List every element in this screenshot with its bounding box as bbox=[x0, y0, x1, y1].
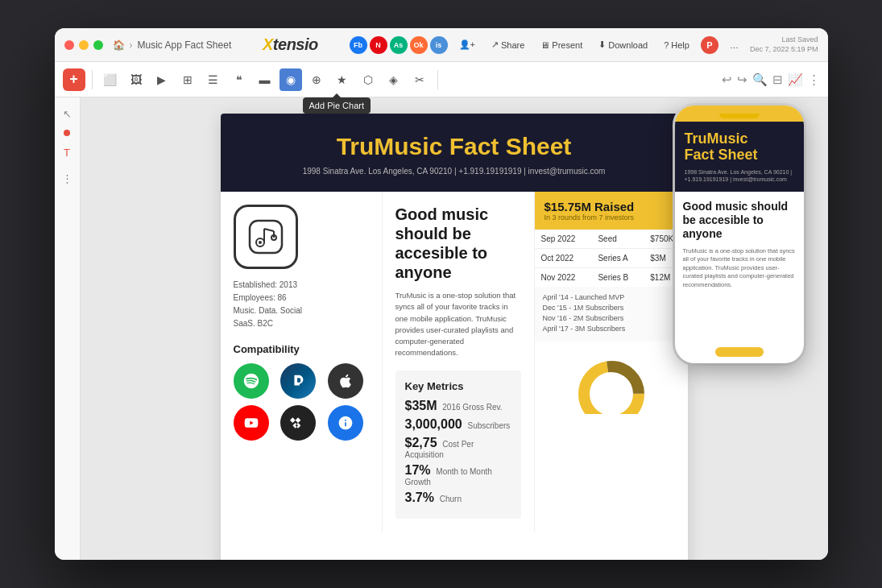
add-person-icon: 👤+ bbox=[459, 39, 475, 50]
doc-header: TruMusic Fact Sheet 1998 Sinatra Ave. Lo… bbox=[221, 114, 688, 192]
tooltip-add-pie-chart: Add Pie Chart bbox=[303, 97, 371, 114]
close-button[interactable] bbox=[64, 40, 74, 50]
breadcrumb-sep: › bbox=[130, 39, 133, 51]
svg-line-4 bbox=[264, 229, 274, 231]
toolbar-right: ↩ ↪ 🔍 ⊟ 📈 ⋮ bbox=[722, 72, 820, 87]
present-icon: 🖥 bbox=[540, 40, 549, 50]
tool-chart-active[interactable]: ◉ bbox=[280, 68, 302, 91]
mobile-body: Good music should be accesible to anyone… bbox=[675, 192, 804, 347]
tool-video[interactable]: ▶ bbox=[151, 68, 173, 91]
more-options-button[interactable]: … bbox=[725, 38, 743, 52]
help-button[interactable]: ? Help bbox=[659, 38, 694, 52]
avatar-n[interactable]: N bbox=[370, 36, 387, 54]
present-button[interactable]: 🖥 Present bbox=[536, 38, 587, 52]
traffic-lights bbox=[64, 40, 103, 50]
doc-right-panel: $15.75M Raised In 3 rounds from 7 invest… bbox=[535, 192, 688, 532]
milestones-section: April '14 - Launched MVP Dec '15 - 1M Su… bbox=[535, 287, 688, 342]
help-icon: ? bbox=[664, 40, 669, 50]
canvas-area[interactable]: TruMusic Fact Sheet 1998 Sinatra Ave. Lo… bbox=[81, 97, 828, 560]
add-element-button[interactable]: + bbox=[63, 68, 85, 91]
undo-icon[interactable]: ↩ bbox=[722, 72, 732, 87]
side-tool-pointer[interactable]: ↖ bbox=[57, 104, 77, 123]
tool-image[interactable]: 🖼 bbox=[125, 68, 147, 91]
avatar-fb[interactable]: Fb bbox=[350, 36, 367, 54]
breadcrumb-page[interactable]: Music App Fact Sheet bbox=[138, 39, 232, 51]
mobile-frame: TruMusicFact Sheet 1998 Sinatra Ave. Los… bbox=[675, 106, 804, 363]
mobile-address: 1998 Sinatra Ave. Los Angeles, CA 90210 … bbox=[685, 168, 794, 184]
user-avatar[interactable]: P bbox=[701, 36, 718, 54]
share-button[interactable]: ↗ Share bbox=[487, 37, 529, 52]
download-button[interactable]: ⬇ Download bbox=[594, 37, 652, 52]
milestone-2: Nov '16 - 2M Subscribers bbox=[543, 314, 680, 322]
titlebar: 🏠 › Music App Fact Sheet Xtensio Fb N As… bbox=[55, 28, 828, 62]
mobile-preview: TruMusicFact Sheet 1998 Sinatra Ave. Los… bbox=[675, 106, 816, 379]
avatar-as[interactable]: As bbox=[390, 36, 408, 54]
home-icon[interactable]: 🏠 bbox=[113, 39, 125, 51]
doc-headline: Good music should be accesible to anyone bbox=[395, 205, 521, 282]
tool-table[interactable]: ⊞ bbox=[176, 68, 199, 91]
spotify-icon bbox=[234, 363, 269, 399]
raised-amount: $15.75M Raised bbox=[545, 200, 678, 213]
avatar-group: Fb N As Ok is bbox=[350, 36, 448, 54]
doc-subtitle: 1998 Sinatra Ave. Los Angeles, CA 90210 … bbox=[237, 167, 672, 176]
toolbar-divider-1 bbox=[92, 70, 93, 89]
share-icon: ↗ bbox=[491, 39, 499, 50]
tool-quote[interactable]: ❝ bbox=[228, 68, 251, 91]
compatibility-title: Compatibility bbox=[234, 343, 369, 355]
mobile-header: TruMusicFact Sheet 1998 Sinatra Ave. Los… bbox=[675, 122, 804, 192]
mobile-status-bar bbox=[675, 106, 804, 114]
toolbar: + ⬜ 🖼 ▶ ⊞ ☰ ❝ ▬ ◉ ⊕ ★ ⬡ ◈ ✂ Add Pie Char… bbox=[55, 62, 828, 97]
company-logo bbox=[234, 205, 298, 269]
side-tool-text[interactable]: T bbox=[57, 143, 77, 162]
youtube-icon bbox=[234, 405, 269, 441]
mobile-bottom-bar bbox=[715, 347, 764, 357]
doc-middle-panel: Good music should be accesible to anyone… bbox=[382, 192, 535, 532]
zoom-icon[interactable]: 🔍 bbox=[752, 72, 768, 87]
side-tools: ↖ T ⋮ bbox=[55, 97, 81, 560]
mobile-title: TruMusicFact Sheet bbox=[685, 131, 794, 164]
key-metrics-title: Key Metrics bbox=[405, 380, 511, 392]
minimize-button[interactable] bbox=[79, 40, 89, 50]
logo-svg bbox=[246, 217, 286, 257]
toolbar-divider-2 bbox=[437, 70, 438, 89]
doc-left-panel: Established: 2013 Employees: 86 Music. D… bbox=[221, 192, 382, 532]
pandora-icon bbox=[280, 363, 316, 399]
svg-rect-0 bbox=[250, 221, 282, 253]
redo-icon[interactable]: ↪ bbox=[737, 72, 747, 87]
more-tools-icon[interactable]: ⋮ bbox=[808, 72, 820, 87]
layout-icon[interactable]: ⊟ bbox=[772, 72, 783, 87]
titlebar-center: Xtensio bbox=[231, 35, 349, 54]
tool-embed[interactable]: ◈ bbox=[383, 68, 405, 91]
raised-sub: In 3 rounds from 7 investors bbox=[545, 213, 678, 222]
tool-social[interactable]: ✂ bbox=[408, 68, 431, 91]
milestone-0: April '14 - Launched MVP bbox=[543, 293, 680, 301]
toolbar-right-icons: ↩ ↪ 🔍 ⊟ 📈 ⋮ bbox=[722, 72, 820, 87]
tool-divider[interactable]: ▬ bbox=[254, 68, 276, 91]
chart-icon[interactable]: 📈 bbox=[788, 72, 803, 87]
metric-row-0: $35M 2016 Gross Rev. bbox=[405, 399, 511, 413]
tool-org[interactable]: ⊕ bbox=[305, 68, 328, 91]
tool-frame[interactable]: ⬜ bbox=[99, 68, 122, 91]
side-tool-more[interactable]: ⋮ bbox=[57, 168, 77, 188]
apple-icon bbox=[328, 363, 363, 399]
avatar-ok[interactable]: Ok bbox=[410, 36, 428, 54]
maximize-button[interactable] bbox=[93, 40, 103, 50]
document: TruMusic Fact Sheet 1998 Sinatra Ave. Lo… bbox=[221, 114, 688, 560]
side-indicator bbox=[64, 130, 70, 136]
doc-tagline: TruMusic is a one-stop solution that syn… bbox=[395, 290, 521, 359]
doc-title: TruMusic Fact Sheet bbox=[237, 133, 672, 160]
mobile-tagline: TruMusic is a one-stop solution that syn… bbox=[683, 247, 796, 290]
tool-icon[interactable]: ★ bbox=[331, 68, 354, 91]
tool-shape[interactable]: ⬡ bbox=[357, 68, 379, 91]
company-info: Established: 2013 Employees: 86 Music. D… bbox=[234, 279, 369, 330]
tool-list[interactable]: ☰ bbox=[202, 68, 225, 91]
main-area: ↖ T ⋮ TruMusic Fact Sheet 1998 Sinatra A… bbox=[55, 97, 828, 560]
shazam-icon bbox=[328, 405, 363, 441]
donut-chart-area bbox=[535, 342, 688, 422]
avatar-is[interactable]: is bbox=[430, 36, 448, 54]
breadcrumb: 🏠 › Music App Fact Sheet bbox=[113, 39, 232, 51]
milestone-1: Dec '15 - 1M Subscribers bbox=[543, 304, 680, 312]
add-collaborator-button[interactable]: 👤+ bbox=[454, 37, 480, 52]
metric-row-1: 3,000,000 Subscribers bbox=[405, 417, 511, 432]
funding-table: Sep 2022 Seed $750K Oct 2022 Series A $3… bbox=[535, 230, 688, 287]
